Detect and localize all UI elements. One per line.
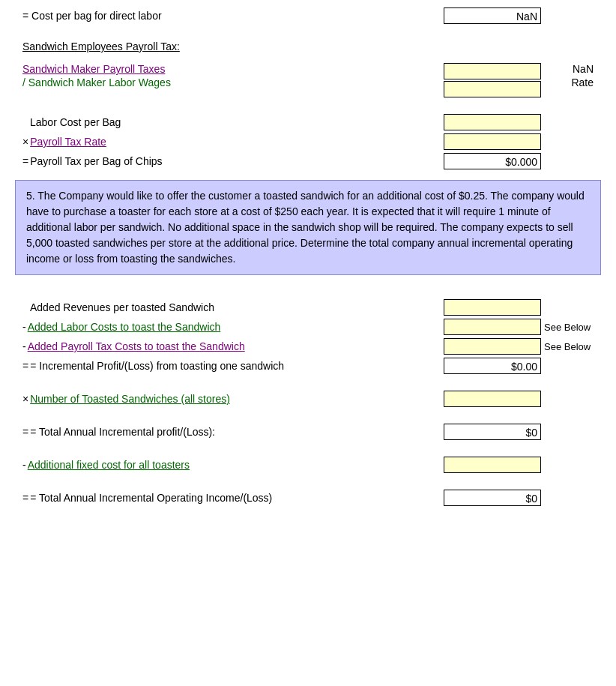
- minus-symbol-2: -: [22, 340, 26, 352]
- payroll-tax-per-bag-value: $0.000: [444, 153, 541, 169]
- sandwich-maker-input-2[interactable]: [444, 81, 541, 97]
- cost-per-bag-value: NaN: [444, 7, 541, 24]
- total-annual-label: = Total Annual Incremental profit/(Loss)…: [30, 426, 215, 438]
- incremental-profit-value: $0.00: [444, 358, 541, 374]
- added-labor-row: -Added Labor Costs to toast the Sandwich…: [15, 319, 601, 335]
- see-below-2: See Below: [541, 341, 601, 352]
- payroll-tax-rate-label-col: ×Payroll Tax Rate: [15, 136, 421, 148]
- added-labor-input[interactable]: [444, 319, 541, 335]
- equals-symbol-1: =: [22, 155, 28, 167]
- incremental-profit-row: == Incremental Profit/(Loss) from toasti…: [15, 358, 601, 374]
- times-symbol-2: ×: [22, 393, 28, 405]
- added-revenues-input[interactable]: [444, 299, 541, 316]
- sandwich-maker-link-text[interactable]: Sandwich Maker Payroll Taxes: [22, 63, 165, 75]
- total-operating-value: $0: [444, 490, 541, 506]
- total-operating-label: = Total Annual Incremental Operating Inc…: [30, 492, 272, 504]
- equals-symbol-4: =: [22, 492, 28, 504]
- added-revenues-label: Added Revenues per toasted Sandwich: [15, 301, 421, 313]
- see-below-1: See Below: [541, 322, 601, 333]
- labor-wages-label: / Sandwich Maker Labor Wages: [22, 76, 421, 88]
- blue-description-box: 5. The Company would like to offer the c…: [15, 180, 601, 275]
- toasted-sandwiches-row: ×Number of Toasted Sandwiches (all store…: [15, 391, 601, 407]
- added-payroll-row: -Added Payroll Tax Costs to toast the Sa…: [15, 338, 601, 355]
- minus-symbol-3: -: [22, 459, 26, 471]
- blue-box-text: 5. The Company would like to offer the c…: [26, 190, 585, 265]
- payroll-tax-header-row: Sandwich Employees Payroll Tax:: [15, 40, 601, 52]
- labor-cost-row: Labor Cost per Bag: [15, 114, 601, 130]
- page-container: = Cost per bag for direct labor NaN Sand…: [0, 0, 616, 524]
- cost-per-bag-label: = Cost per bag for direct labor: [15, 10, 421, 22]
- total-annual-row: == Total Annual Incremental profit/(Loss…: [15, 424, 601, 440]
- times-symbol: ×: [22, 136, 28, 148]
- added-payroll-link[interactable]: Added Payroll Tax Costs to toast the San…: [28, 340, 245, 352]
- payroll-tax-rate-input[interactable]: [444, 133, 541, 150]
- equals-symbol-3: =: [22, 426, 28, 438]
- additional-fixed-input[interactable]: [444, 457, 541, 473]
- rate-label: Rate: [571, 76, 594, 88]
- payroll-tax-per-bag-label: Payroll Tax per Bag of Chips: [30, 155, 162, 167]
- incremental-profit-label: = Incremental Profit/(Loss) from toastin…: [30, 360, 284, 372]
- nan-value: NaN: [573, 63, 594, 75]
- payroll-tax-rate-row: ×Payroll Tax Rate: [15, 133, 601, 150]
- total-annual-value: $0: [444, 424, 541, 440]
- equals-symbol-2: =: [22, 360, 28, 372]
- additional-fixed-link[interactable]: Additional fixed cost for all toasters: [28, 459, 190, 471]
- cost-per-bag-row: = Cost per bag for direct labor NaN: [15, 7, 601, 24]
- sandwich-maker-input-1[interactable]: [444, 63, 541, 79]
- cost-per-bag-input-col: NaN: [421, 7, 541, 24]
- added-labor-link[interactable]: Added Labor Costs to toast the Sandwich: [28, 321, 221, 333]
- total-operating-row: == Total Annual Incremental Operating In…: [15, 490, 601, 506]
- payroll-tax-rate-link[interactable]: Payroll Tax Rate: [30, 136, 106, 148]
- toasted-sandwiches-link[interactable]: Number of Toasted Sandwiches (all stores…: [30, 393, 230, 405]
- sandwich-maker-inputs: [421, 63, 541, 97]
- sandwich-maker-link[interactable]: Sandwich Maker Payroll Taxes: [22, 63, 421, 75]
- labor-cost-label: Labor Cost per Bag: [15, 116, 421, 128]
- payroll-tax-header: Sandwich Employees Payroll Tax:: [15, 40, 421, 52]
- payroll-tax-header-text: Sandwich Employees Payroll Tax:: [22, 40, 180, 52]
- added-revenues-row: Added Revenues per toasted Sandwich: [15, 299, 601, 316]
- added-payroll-input[interactable]: [444, 338, 541, 355]
- sandwich-maker-row: Sandwich Maker Payroll Taxes / Sandwich …: [15, 63, 601, 97]
- labor-cost-input[interactable]: [444, 114, 541, 130]
- additional-fixed-row: -Additional fixed cost for all toasters: [15, 457, 601, 473]
- toasted-sandwiches-input[interactable]: [444, 391, 541, 407]
- minus-symbol-1: -: [22, 321, 26, 333]
- payroll-tax-per-bag-row: =Payroll Tax per Bag of Chips $0.000: [15, 153, 601, 169]
